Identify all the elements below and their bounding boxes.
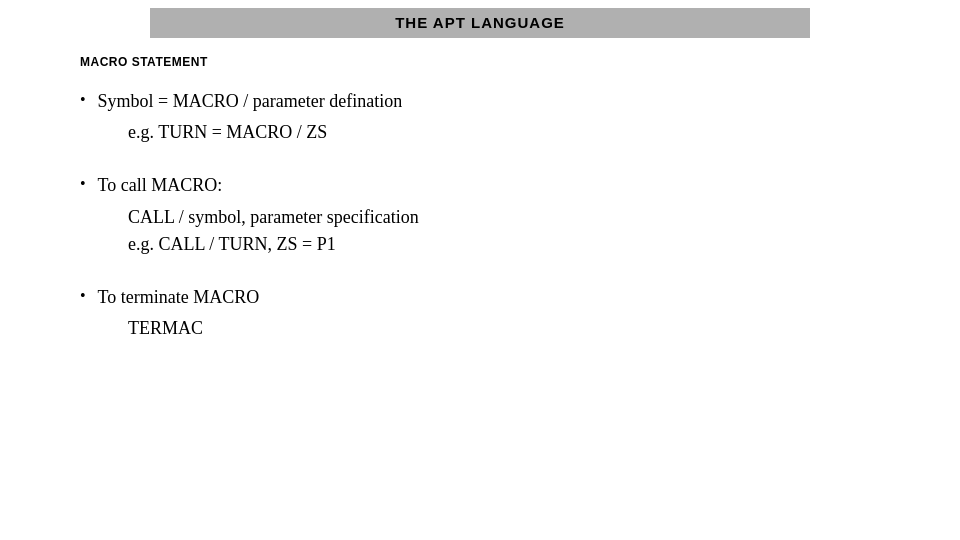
bullet-text-3: To terminate MACRO xyxy=(98,285,260,310)
bullet-subline-1: e.g. TURN = MACRO / ZS xyxy=(128,120,880,145)
bullet-text-1: Symbol = MACRO / parameter defination xyxy=(98,89,403,114)
bullet-item-3: • To terminate MACRO xyxy=(80,285,880,310)
bullet-subline-3a: TERMAC xyxy=(128,316,880,341)
header-title: THE APT LANGUAGE xyxy=(395,14,565,31)
bullet-section-1: • Symbol = MACRO / parameter defination … xyxy=(80,89,880,145)
bullet-section-2: • To call MACRO: CALL / symbol, paramete… xyxy=(80,173,880,257)
bullet-dot-3: • xyxy=(80,285,86,307)
bullet-section-3: • To terminate MACRO TERMAC xyxy=(80,285,880,341)
content-area: MACRO STATEMENT • Symbol = MACRO / param… xyxy=(80,55,880,369)
section-heading: MACRO STATEMENT xyxy=(80,55,880,69)
page-container: THE APT LANGUAGE MACRO STATEMENT • Symbo… xyxy=(0,0,960,540)
bullet-subline-2b: e.g. CALL / TURN, ZS = P1 xyxy=(128,232,880,257)
bullet-item-2: • To call MACRO: xyxy=(80,173,880,198)
header-bar: THE APT LANGUAGE xyxy=(150,8,810,38)
bullet-item-1: • Symbol = MACRO / parameter defination xyxy=(80,89,880,114)
bullet-text-2: To call MACRO: xyxy=(98,173,223,198)
bullet-dot-2: • xyxy=(80,173,86,195)
bullet-subline-2a: CALL / symbol, parameter specification xyxy=(128,205,880,230)
bullet-dot-1: • xyxy=(80,89,86,111)
